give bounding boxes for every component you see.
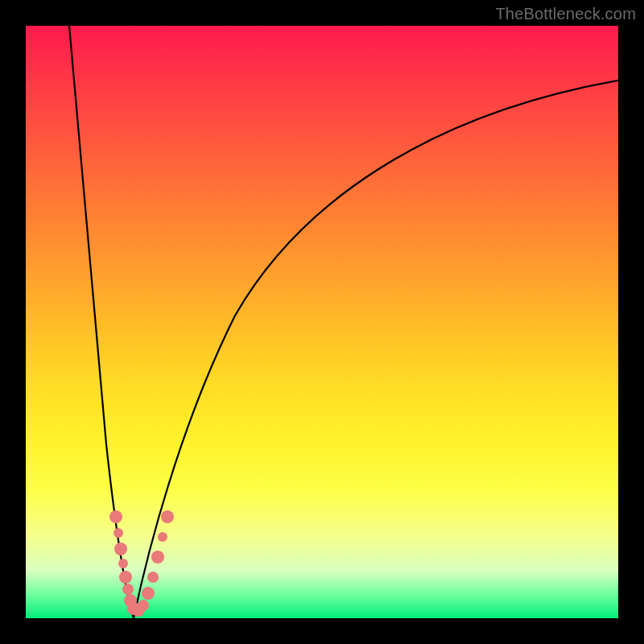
bead-cluster	[109, 510, 174, 617]
watermark-text: TheBottleneck.com	[495, 5, 636, 23]
bead-marker	[122, 584, 134, 595]
bead-marker	[151, 551, 164, 564]
chart-frame: TheBottleneck.com	[0, 0, 644, 644]
curve-left-branch	[69, 26, 134, 618]
curve-right-branch	[134, 80, 618, 618]
plot-area	[26, 26, 618, 618]
bead-marker	[161, 510, 174, 523]
bead-marker	[119, 571, 132, 584]
bead-marker	[109, 510, 122, 523]
bottleneck-curve	[26, 26, 618, 618]
bead-marker	[147, 572, 159, 583]
bead-marker	[142, 587, 155, 600]
bead-marker	[158, 532, 167, 542]
bead-marker	[114, 543, 127, 555]
bead-marker	[138, 600, 149, 611]
bead-marker	[118, 559, 128, 568]
bead-marker	[114, 528, 123, 538]
